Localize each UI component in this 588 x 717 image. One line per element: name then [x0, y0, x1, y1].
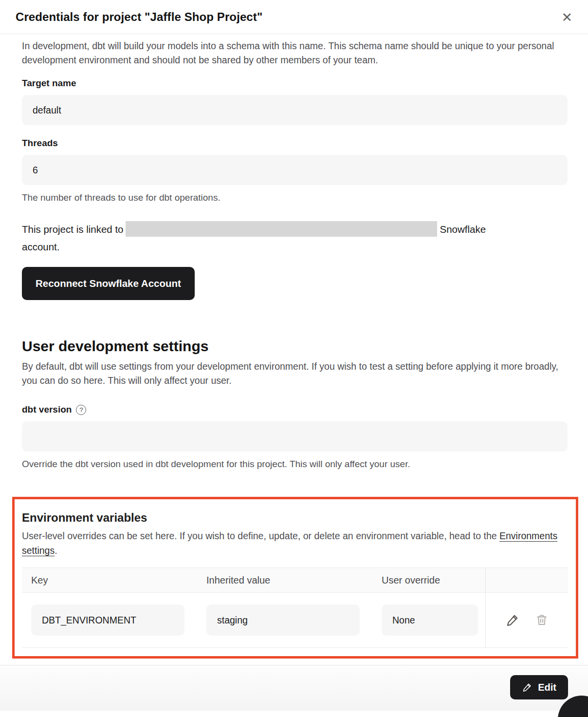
column-header-inherited-value: Inherited value — [197, 575, 372, 586]
row-actions — [485, 593, 568, 647]
schema-intro-text: In development, dbt will build your mode… — [22, 39, 568, 67]
modal-footer: Edit — [0, 665, 588, 711]
env-var-inherited-value: staging — [206, 604, 360, 636]
column-header-actions — [485, 568, 568, 592]
linked-text-line2: account. — [22, 238, 568, 256]
redacted-account-name — [126, 221, 437, 237]
modal-title: Credentials for project "Jaffle Shop Pro… — [16, 10, 262, 24]
modal-body: In development, dbt will build your mode… — [0, 39, 588, 659]
dbt-version-label: dbt version — [22, 404, 72, 415]
threads-input[interactable] — [22, 155, 568, 185]
dbt-version-input[interactable] — [22, 421, 568, 452]
env-vars-description: User-level overrides can be set here. If… — [22, 528, 568, 558]
target-name-input[interactable] — [22, 95, 568, 125]
edit-row-pencil-icon[interactable] — [504, 612, 521, 628]
edit-button[interactable]: Edit — [510, 675, 568, 699]
help-icon[interactable]: ? — [76, 405, 86, 415]
pencil-icon — [522, 682, 533, 693]
user-dev-settings-heading: User development settings — [22, 338, 568, 355]
env-var-key-value: DBT_ENVIRONMENT — [31, 604, 184, 636]
target-name-label: Target name — [22, 78, 568, 89]
env-vars-table-header: Key Inherited value User override — [22, 567, 568, 593]
env-vars-highlight-box: Environment variables User-level overrid… — [12, 497, 578, 659]
env-var-user-override-value: None — [382, 604, 478, 636]
linked-text-before: This project is linked to — [22, 224, 124, 235]
env-vars-heading: Environment variables — [22, 511, 568, 525]
edit-button-label: Edit — [538, 682, 556, 693]
user-dev-settings-description: By default, dbt will use settings from y… — [22, 359, 568, 388]
dbt-version-help-text: Override the dbt version used in dbt dev… — [22, 459, 568, 470]
column-header-user-override: User override — [372, 575, 485, 586]
delete-row-trash-icon[interactable] — [534, 612, 550, 628]
env-vars-desc-end: . — [55, 545, 57, 556]
linked-text-after: Snowflake — [440, 224, 486, 235]
threads-label: Threads — [22, 138, 568, 149]
table-row: DBT_ENVIRONMENT staging None — [22, 593, 568, 648]
threads-help-text: The number of threads to use for dbt ope… — [22, 192, 568, 203]
column-header-key: Key — [22, 575, 197, 586]
env-vars-table: Key Inherited value User override DBT_EN… — [22, 567, 568, 648]
modal-header: Credentials for project "Jaffle Shop Pro… — [0, 0, 588, 34]
close-icon[interactable]: ✕ — [558, 8, 575, 27]
reconnect-snowflake-button[interactable]: Reconnect Snowflake Account — [22, 267, 195, 300]
snowflake-link-note: This project is linked toSnowflakeaccoun… — [22, 221, 568, 256]
env-vars-desc-start: User-level overrides can be set here. If… — [22, 530, 499, 541]
